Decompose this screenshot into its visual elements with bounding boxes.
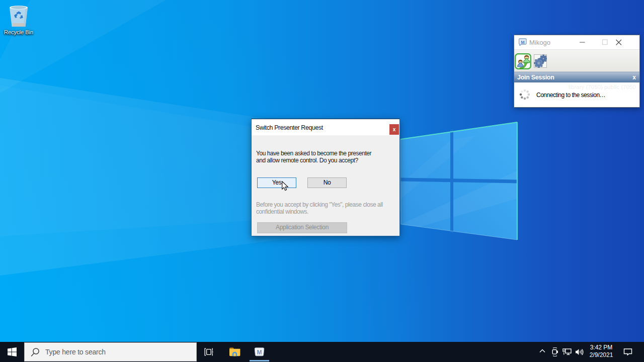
svg-text:M: M: [257, 349, 262, 356]
svg-text:M: M: [521, 40, 525, 45]
